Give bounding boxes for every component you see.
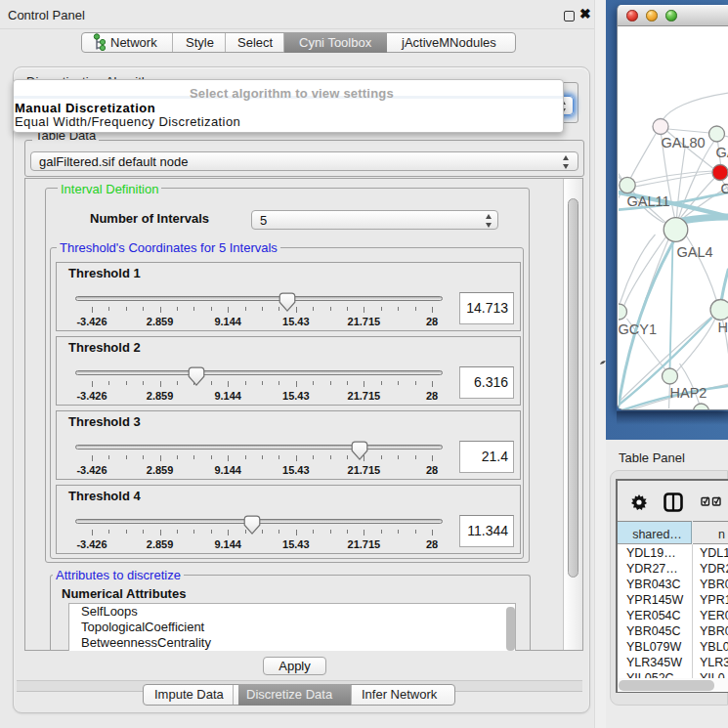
svg-text:GAL2: GAL2	[715, 145, 728, 160]
svg-text:HIS: HIS	[717, 320, 728, 335]
svg-text:GAL11: GAL11	[626, 193, 669, 209]
svg-text:GAL80: GAL80	[661, 135, 705, 150]
svg-text:GCY1: GCY1	[619, 321, 657, 337]
svg-text:GAL4: GAL4	[676, 244, 712, 260]
svg-text:HAP2: HAP2	[669, 385, 707, 401]
svg-text:CYC: CYC	[720, 181, 728, 196]
